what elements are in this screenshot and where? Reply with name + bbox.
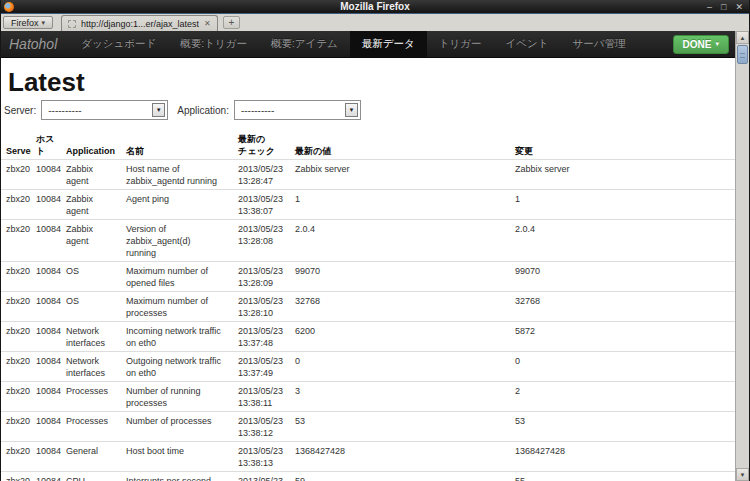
- table-row: zbx2010084ProcessesNumber of running pro…: [1, 382, 735, 412]
- table-cell: 10084: [31, 160, 61, 190]
- maximize-icon[interactable]: □: [721, 1, 726, 13]
- dropdown-arrow-icon[interactable]: ▼: [152, 103, 165, 117]
- nav-item[interactable]: サーバ管理: [561, 31, 638, 57]
- table-cell: OS: [61, 262, 121, 292]
- tab-title: http://django:1...er/ajax_latest: [81, 19, 199, 29]
- table-header-row: Serverホス トApplication名前最新の チェック最新の値変更: [1, 130, 735, 160]
- column-header: 最新の チェック: [233, 130, 290, 160]
- application-filter-label: Application:: [177, 105, 229, 116]
- table-row: zbx2010084ProcessesNumber of processes20…: [1, 412, 735, 442]
- server-select-value: ----------: [42, 105, 150, 116]
- brand-logo[interactable]: Hatohol: [1, 31, 69, 57]
- application-select[interactable]: ---------- ▼: [234, 100, 361, 120]
- table-cell: 10084: [31, 220, 61, 262]
- nav-item[interactable]: トリガー: [427, 31, 494, 57]
- table-row: zbx2010084Zabbix agentVersion of zabbix_…: [1, 220, 735, 262]
- server-select[interactable]: ---------- ▼: [41, 100, 168, 120]
- table-cell: Outgoing network traffic on eth0: [121, 352, 233, 382]
- page-title: Latest: [8, 67, 735, 97]
- table-cell: Zabbix server: [510, 160, 735, 190]
- table-row: zbx2010084OSMaximum number of opened fil…: [1, 262, 735, 292]
- table-cell: 2013/05/23 13:38:11: [233, 382, 290, 412]
- table-cell: 0: [510, 352, 735, 382]
- nav-item[interactable]: 概要:アイテム: [259, 31, 350, 57]
- table-cell: zbx20: [1, 262, 31, 292]
- table-cell: zbx20: [1, 160, 31, 190]
- table-row: zbx2010084Network interfacesIncoming net…: [1, 322, 735, 352]
- scroll-up-icon[interactable]: ▲: [736, 31, 749, 44]
- column-header: 最新の値: [290, 130, 510, 160]
- table-cell: Maximum number of opened files: [121, 262, 233, 292]
- table-cell: 2013/05/23 13:28:08: [233, 220, 290, 262]
- new-tab-button[interactable]: +: [223, 16, 240, 29]
- table-cell: Processes: [61, 382, 121, 412]
- window-controls: – □ ✕: [707, 1, 749, 13]
- vertical-scrollbar[interactable]: ▲ ▼: [735, 31, 749, 481]
- done-button[interactable]: DONE ▾: [673, 35, 729, 54]
- table-body: zbx2010084Zabbix agentHost name of zabbi…: [1, 160, 735, 481]
- latest-data-table: Serverホス トApplication名前最新の チェック最新の値変更 zb…: [1, 130, 735, 481]
- table-cell: 55: [510, 472, 735, 481]
- table-cell: Processes: [61, 412, 121, 442]
- browser-tab[interactable]: http://django:1...er/ajax_latest ✕: [61, 15, 218, 31]
- browser-window: Mozilla Firefox – □ ✕ Firefox ▾ http://d…: [0, 0, 750, 481]
- table-cell: Version of zabbix_agent(d) running: [121, 220, 233, 262]
- titlebar: Mozilla Firefox – □ ✕: [1, 0, 749, 14]
- scrollbar-thumb[interactable]: [737, 45, 748, 64]
- application-select-value: ----------: [235, 105, 343, 116]
- minimize-icon[interactable]: –: [707, 1, 712, 13]
- table-cell: 1368427428: [510, 442, 735, 472]
- table-cell: Maximum number of processes: [121, 292, 233, 322]
- column-header: ホス ト: [31, 130, 61, 160]
- table-cell: 2013/05/23: [233, 472, 290, 481]
- nav-item[interactable]: 概要:トリガー: [168, 31, 259, 57]
- table-cell: 53: [510, 412, 735, 442]
- navbar-items: ダッシュボード概要:トリガー概要:アイテム最新データトリガーイベントサーバ管理: [69, 31, 637, 57]
- firefox-menu-label: Firefox: [11, 18, 39, 28]
- table-cell: Zabbix agent: [61, 160, 121, 190]
- table-cell: 2013/05/23 13:38:13: [233, 442, 290, 472]
- table-cell: 6200: [290, 322, 510, 352]
- table-cell: 32768: [510, 292, 735, 322]
- table-cell: 2013/05/23 13:37:48: [233, 322, 290, 352]
- window-title: Mozilla Firefox: [1, 0, 749, 13]
- table-cell: 0: [290, 352, 510, 382]
- table-cell: Network interfaces: [61, 322, 121, 352]
- table-cell: CPU: [61, 472, 121, 481]
- table-cell: 1: [510, 190, 735, 220]
- table-cell: Network interfaces: [61, 352, 121, 382]
- table-cell: zbx20: [1, 472, 31, 481]
- column-header: 変更: [510, 130, 735, 160]
- table-cell: zbx20: [1, 412, 31, 442]
- nav-item[interactable]: 最新データ: [350, 31, 427, 57]
- done-button-label: DONE: [683, 39, 712, 50]
- table-cell: 10084: [31, 190, 61, 220]
- table-cell: 59: [290, 472, 510, 481]
- nav-item[interactable]: イベント: [494, 31, 561, 57]
- table-cell: 2013/05/23 13:38:07: [233, 190, 290, 220]
- server-filter-label: Server:: [4, 105, 36, 116]
- table-cell: Host boot time: [121, 442, 233, 472]
- chevron-down-icon: ▾: [42, 19, 46, 27]
- table-cell: 10084: [31, 472, 61, 481]
- table-cell: 2: [510, 382, 735, 412]
- table-cell: zbx20: [1, 442, 31, 472]
- table-cell: 10084: [31, 262, 61, 292]
- table-cell: Zabbix agent: [61, 190, 121, 220]
- table-row: zbx2010084GeneralHost boot time2013/05/2…: [1, 442, 735, 472]
- table-cell: Host name of zabbix_agentd running: [121, 160, 233, 190]
- table-cell: 99070: [290, 262, 510, 292]
- table-cell: 1: [290, 190, 510, 220]
- table-cell: zbx20: [1, 382, 31, 412]
- table-row: zbx2010084Zabbix agentAgent ping2013/05/…: [1, 190, 735, 220]
- table-cell: 10084: [31, 322, 61, 352]
- firefox-menu-button[interactable]: Firefox ▾: [3, 16, 53, 29]
- table-cell: zbx20: [1, 322, 31, 352]
- dropdown-arrow-icon[interactable]: ▼: [345, 103, 358, 117]
- table-cell: 99070: [510, 262, 735, 292]
- nav-item[interactable]: ダッシュボード: [69, 31, 168, 57]
- tab-close-icon[interactable]: ✕: [204, 19, 211, 28]
- column-header: 名前: [121, 130, 233, 160]
- scroll-down-icon[interactable]: ▼: [736, 468, 749, 481]
- close-icon[interactable]: ✕: [735, 1, 743, 13]
